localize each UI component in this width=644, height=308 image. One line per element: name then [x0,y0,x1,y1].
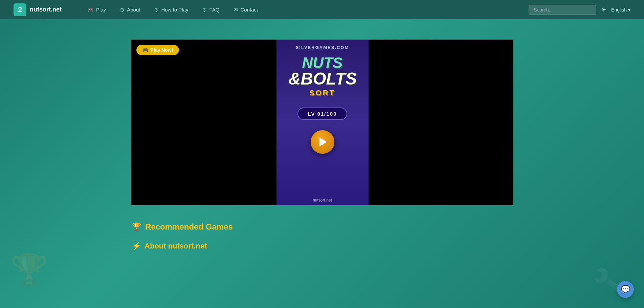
play-icon: 🎮 [87,7,94,13]
logo-link[interactable]: 2 nutsort.net [14,3,62,16]
language-selector[interactable]: English ▾ [611,7,630,13]
game-title-bolts: &BOLTS [289,70,356,87]
chat-button[interactable]: 💬 [617,281,634,298]
play-badge-icon: 🎮 [142,47,148,53]
logo-icon: 2 [14,3,26,16]
contact-icon: ✉ [234,7,238,13]
game-logo: NUTS &BOLTS SORT [289,55,356,97]
nav-how-to-play[interactable]: ⊙ How to Play [149,5,194,15]
main-content: 🎮 Play Now! SILVERGAMES.COM NUTS &BOLTS … [0,19,644,264]
header-right: ☀ English ▾ [529,5,630,15]
game-right-panel [369,40,513,205]
site-header: 2 nutsort.net 🎮 Play ⊙ About ⊙ How to Pl… [0,0,644,19]
game-title-sort: SORT [289,89,356,97]
search-input[interactable] [529,5,596,15]
play-triangle-icon [319,138,327,146]
faq-icon: ⊙ [202,7,207,13]
silvergames-label: SILVERGAMES.COM [296,45,349,50]
main-nav: 🎮 Play ⊙ About ⊙ How to Play ⊙ FAQ ✉ Con… [82,5,529,15]
nav-contact[interactable]: ✉ Contact [228,5,263,15]
nav-about[interactable]: ⊙ About [115,5,146,15]
game-wrapper: 🎮 Play Now! SILVERGAMES.COM NUTS &BOLTS … [131,40,513,205]
play-now-badge[interactable]: 🎮 Play Now! [136,45,179,55]
nav-faq[interactable]: ⊙ FAQ [197,5,225,15]
nav-play[interactable]: 🎮 Play [82,5,111,15]
chat-icon: 💬 [621,285,630,294]
game-url-label: nutsort.net [313,198,332,203]
about-section-title: ⚡ About nutsort.net [132,242,207,251]
game-play-button[interactable] [311,130,334,154]
recommended-icon: 🏆 [132,222,141,231]
level-badge: LV 01/100 [297,108,347,120]
about-bolt-icon: ⚡ [132,242,141,251]
about-icon: ⊙ [120,7,125,13]
game-left-panel [131,40,276,205]
game-title-nuts: NUTS [289,55,356,70]
game-center-panel: SILVERGAMES.COM NUTS &BOLTS SORT LV 01/1… [276,40,369,205]
logo-text: nutsort.net [30,6,62,13]
how-icon: ⊙ [154,7,159,13]
theme-toggle-button[interactable]: ☀ [601,6,606,14]
recommended-section-title: 🏆 Recommended Games [132,222,233,232]
